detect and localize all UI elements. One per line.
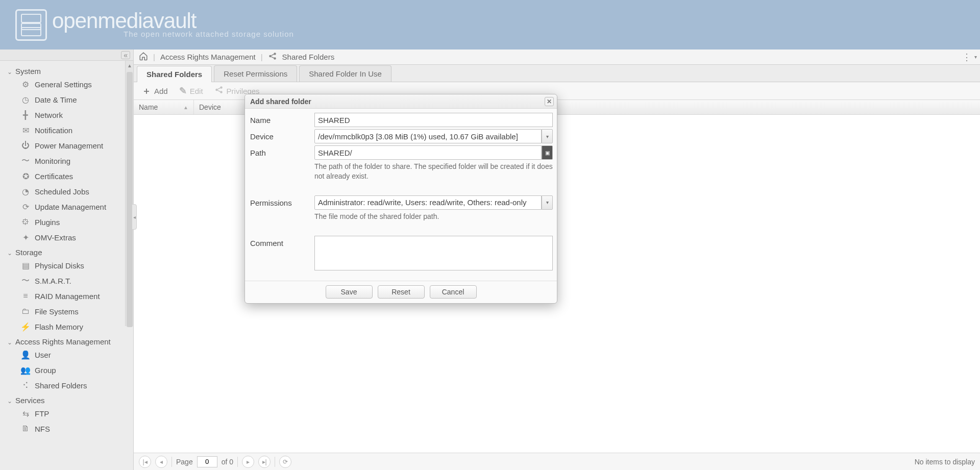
sidebar-item[interactable]: 👤User	[0, 347, 133, 362]
gear-icon: ⚙	[20, 79, 31, 89]
sidebar-item-label: Physical Disks	[35, 261, 84, 270]
edit-button[interactable]: ✎Edit	[174, 83, 208, 98]
pager-page-input[interactable]	[197, 456, 217, 467]
chart-icon: 〜	[20, 156, 31, 166]
share-icon: ⠪	[20, 380, 31, 390]
device-label: Device	[249, 129, 314, 141]
menu-dropdown-icon[interactable]: ▾	[974, 54, 977, 60]
pager-refresh-button[interactable]: ⟳	[279, 456, 291, 468]
tree-group[interactable]: ⌄System	[0, 64, 133, 77]
home-icon[interactable]	[139, 52, 148, 63]
pager: |◂ ◂ Page of 0 ▸ ▸| ⟳ No items to displa…	[134, 453, 980, 470]
tree-group[interactable]: ⌄Services	[0, 393, 133, 406]
sidebar-item-label: FTP	[35, 409, 49, 418]
sidebar-item[interactable]: ✉Notification	[0, 122, 133, 138]
sidebar-item[interactable]: ╋Network	[0, 107, 133, 122]
sidebar-item[interactable]: ⯐Plugins	[0, 214, 133, 230]
sidebar-item-label: NFS	[35, 425, 50, 433]
chevron-down-icon: ⌄	[7, 339, 12, 346]
menu-icon[interactable]: ⋮	[962, 52, 971, 63]
sidebar-item-label: Power Management	[35, 141, 103, 150]
ftp-icon: ⇆	[20, 408, 31, 418]
clock-icon: ◷	[20, 94, 31, 105]
svg-point-5	[220, 91, 223, 93]
path-input[interactable]	[314, 145, 542, 160]
breadcrumb-page[interactable]: Shared Folders	[282, 53, 335, 61]
device-combo[interactable]	[314, 129, 542, 143]
tree-group[interactable]: ⌄Storage	[0, 245, 133, 258]
app-header: openmediavault The open network attached…	[0, 0, 980, 50]
svg-point-0	[269, 55, 272, 57]
tree-group[interactable]: ⌄Access Rights Management	[0, 334, 133, 347]
scroll-thumb[interactable]	[127, 72, 133, 327]
flash-icon: ⚡	[20, 321, 31, 332]
sidebar-item[interactable]: ▤Physical Disks	[0, 258, 133, 273]
pager-next-button[interactable]: ▸	[242, 456, 254, 468]
sidebar-item-label: Shared Folders	[35, 381, 87, 390]
scroll-up-icon[interactable]: ▲	[126, 61, 133, 70]
sidebar-item[interactable]: 🗀File Systems	[0, 304, 133, 319]
sidebar-item-label: File Systems	[35, 307, 79, 316]
sidebar-item[interactable]: ⏻Power Management	[0, 138, 133, 153]
pager-last-button[interactable]: ▸|	[258, 456, 271, 468]
comment-textarea[interactable]	[314, 236, 553, 270]
path-browse-button[interactable]: ▣	[542, 145, 553, 160]
group-icon: 👥	[20, 365, 31, 375]
sidebar-item-label: OMV-Extras	[35, 233, 76, 242]
sidebar-item[interactable]: ✦OMV-Extras	[0, 230, 133, 245]
sidebar-item[interactable]: ⇆FTP	[0, 406, 133, 421]
svg-point-2	[274, 57, 276, 60]
pager-prev-button[interactable]: ◂	[155, 456, 167, 468]
permissions-combo[interactable]	[314, 195, 542, 210]
name-input[interactable]	[314, 113, 553, 127]
sidebar-item[interactable]: 🗎NFS	[0, 421, 133, 436]
dialog-close-button[interactable]: ✕	[545, 97, 554, 106]
sidebar-item[interactable]: ≡RAID Management	[0, 288, 133, 304]
column-name[interactable]: Name	[134, 100, 194, 114]
reset-button[interactable]: Reset	[378, 285, 425, 299]
sidebar-item[interactable]: 👥Group	[0, 362, 133, 378]
chevron-down-icon: ⌄	[7, 68, 12, 76]
tab-reset-permissions[interactable]: Reset Permissions	[214, 65, 297, 82]
sidebar-item[interactable]: ⠪Shared Folders	[0, 378, 133, 393]
sidebar-item[interactable]: ◷Date & Time	[0, 92, 133, 107]
update-icon: ⟳	[20, 202, 31, 212]
permissions-help: The file mode of the shared folder path.	[314, 212, 553, 221]
save-button[interactable]: Save	[326, 285, 373, 299]
sidebar-collapse-bar: «	[0, 50, 133, 61]
edit-icon: ✎	[179, 85, 187, 96]
permissions-combo-trigger[interactable]: ▾	[542, 195, 553, 210]
sidebar-scrollbar[interactable]: ▲ ▼	[125, 61, 133, 326]
user-icon: 👤	[20, 350, 31, 360]
add-button[interactable]: ＋Add	[137, 83, 173, 99]
splitter-handle[interactable]: ◂	[132, 204, 137, 230]
sidebar-item-label: Update Management	[35, 203, 106, 211]
sidebar-item[interactable]: 〜S.M.A.R.T.	[0, 273, 133, 288]
puzzle-icon: ⯐	[20, 217, 31, 227]
app-title: openmediavault	[52, 11, 294, 31]
sidebar-item[interactable]: ⟳Update Management	[0, 199, 133, 214]
sidebar-item[interactable]: ⚙General Settings	[0, 77, 133, 92]
power-icon: ⏻	[20, 140, 31, 151]
sidebar-item-label: S.M.A.R.T.	[35, 277, 71, 285]
sidebar-item-label: Plugins	[35, 218, 60, 227]
chevron-down-icon: ⌄	[7, 250, 12, 257]
sidebar-collapse-button[interactable]: «	[121, 51, 130, 59]
path-help: The path of the folder to share. The spe…	[314, 162, 553, 181]
tab-strip: Shared Folders Reset Permissions Shared …	[134, 65, 980, 82]
cancel-button[interactable]: Cancel	[430, 285, 477, 299]
breadcrumb-section[interactable]: Access Rights Management	[160, 53, 256, 61]
folder-icon: 🗀	[20, 306, 31, 316]
sidebar-item[interactable]: ✪Certificates	[0, 168, 133, 184]
sidebar-item-label: Flash Memory	[35, 323, 83, 331]
tab-shared-folder-in-use[interactable]: Shared Folder In Use	[299, 65, 391, 82]
pager-first-button[interactable]: |◂	[139, 456, 151, 468]
sidebar-item[interactable]: ⚡Flash Memory	[0, 319, 133, 334]
sidebar-item-label: Scheduled Jobs	[35, 187, 89, 196]
sidebar: « ⌄System⚙General Settings◷Date & Time╋N…	[0, 50, 134, 470]
sidebar-item[interactable]: ◔Scheduled Jobs	[0, 184, 133, 199]
sidebar-item[interactable]: 〜Monitoring	[0, 153, 133, 168]
tab-shared-folders[interactable]: Shared Folders	[137, 66, 212, 82]
dialog-header[interactable]: Add shared folder ✕	[245, 94, 557, 109]
device-combo-trigger[interactable]: ▾	[542, 129, 553, 143]
